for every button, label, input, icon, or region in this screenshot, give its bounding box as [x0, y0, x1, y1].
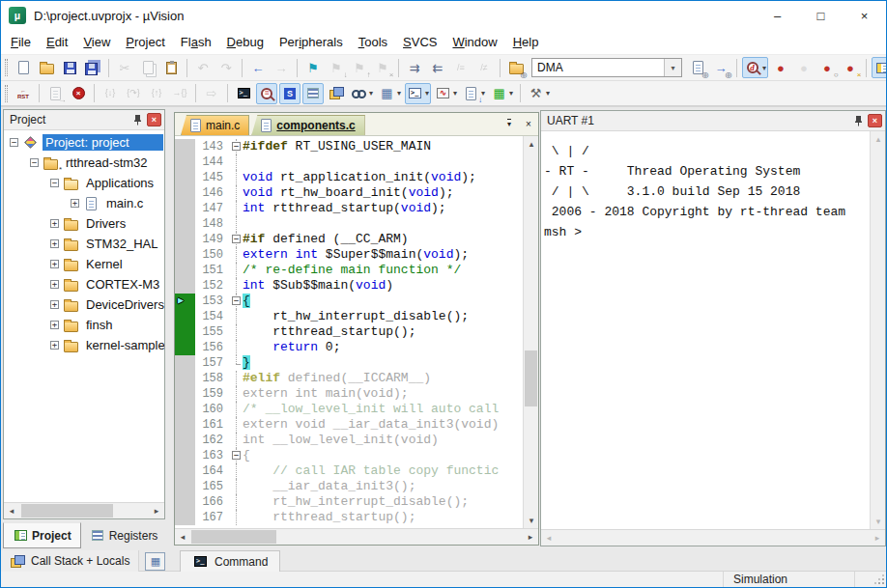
tools-menu-button[interactable]: ⚒▾	[526, 83, 552, 104]
code-line-147[interactable]: 147int rtthread_startup(void);	[175, 201, 523, 216]
minus-expander-icon[interactable]: −	[10, 138, 18, 147]
editor-tab-components-c[interactable]: components.c	[251, 115, 364, 135]
breakpoint-margin[interactable]	[175, 139, 195, 154]
start-stop-debug-button[interactable]: d▾	[742, 57, 768, 78]
code-line-144[interactable]: 144	[175, 154, 523, 170]
menu-project[interactable]: Project	[118, 32, 172, 52]
window-layout-button[interactable]	[872, 57, 887, 78]
kill-all-breakpoints-button[interactable]: ●×	[840, 57, 861, 78]
dropdown-arrow-icon[interactable]: ▾	[397, 89, 401, 98]
plus-expander-icon[interactable]: +	[50, 321, 59, 329]
fold-collapse-icon[interactable]: −	[232, 451, 241, 460]
scroll-up-button[interactable]: ▴	[524, 136, 538, 152]
tree-item-applications[interactable]: −Applications	[4, 173, 164, 193]
indent-button[interactable]: ⇉	[404, 57, 425, 78]
fold-collapse-icon[interactable]: −	[232, 142, 241, 151]
insert-breakpoint-button[interactable]: ●	[770, 57, 791, 78]
minimize-button[interactable]: –	[756, 1, 799, 30]
tab-command[interactable]: >_ Command	[180, 550, 280, 572]
maximize-button[interactable]: □	[799, 1, 843, 30]
breakpoint-margin[interactable]	[175, 417, 195, 433]
breakpoint-margin[interactable]	[175, 185, 195, 201]
disassembly-window-button[interactable]: ≡	[256, 83, 277, 104]
breakpoint-margin[interactable]	[175, 278, 195, 294]
execution-marker[interactable]	[175, 324, 195, 340]
plus-expander-icon[interactable]: +	[50, 341, 59, 350]
menu-help[interactable]: Help	[505, 32, 547, 52]
execution-marker[interactable]	[175, 340, 195, 355]
code-line-143[interactable]: 143−#ifdef RT_USING_USER_MAIN	[175, 139, 523, 154]
fold-collapse-icon[interactable]: −	[232, 296, 241, 305]
code-line-156[interactable]: 156 return 0;	[175, 340, 523, 355]
tree-item-finsh[interactable]: +finsh	[4, 315, 164, 335]
tree-item-project-project[interactable]: −Project: project	[4, 132, 164, 153]
tab-call-stack-locals[interactable]: Call Stack + Locals	[1, 550, 139, 572]
pin-icon[interactable]	[852, 114, 864, 127]
scroll-track[interactable]	[871, 147, 885, 514]
menu-peripherals[interactable]: Peripherals	[272, 32, 351, 52]
menu-file[interactable]: File	[3, 32, 39, 52]
code-line-165[interactable]: 165 __iar_data_init3();	[175, 479, 523, 494]
breakpoint-margin[interactable]	[175, 232, 195, 247]
new-file-button[interactable]	[13, 57, 34, 78]
find-dialog-button[interactable]: ◎	[687, 57, 708, 78]
tree-item-rtthread-stm32[interactable]: −*rtthread-stm32	[4, 153, 164, 173]
breakpoint-margin[interactable]	[175, 463, 195, 479]
breakpoint-margin[interactable]	[175, 216, 195, 232]
scroll-up-button[interactable]: ▴	[871, 131, 885, 147]
dropdown-arrow-icon[interactable]: ▾	[453, 89, 457, 98]
breakpoint-margin[interactable]	[175, 371, 195, 386]
dropdown-arrow-icon[interactable]: ▾	[762, 64, 766, 72]
plus-expander-icon[interactable]: +	[50, 300, 59, 309]
command-window-button[interactable]: >_	[233, 83, 254, 104]
fold-collapse-icon[interactable]: −	[232, 235, 241, 243]
scroll-down-button[interactable]: ▾	[524, 513, 538, 528]
code-line-167[interactable]: 167 rtthread_startup();	[175, 510, 523, 525]
code-line-161[interactable]: 161extern void __iar_data_init3(void)	[175, 417, 523, 433]
breakpoint-margin[interactable]	[175, 201, 195, 216]
toggle-bookmark-button[interactable]: ⚑	[302, 57, 324, 78]
code-line-154[interactable]: 154 rt_hw_interrupt_disable();	[175, 309, 523, 324]
scroll-right-button[interactable]: ▸	[523, 529, 538, 545]
plus-expander-icon[interactable]: +	[50, 219, 59, 228]
execution-marker[interactable]	[175, 309, 195, 324]
stop-debug-button[interactable]: ×	[68, 83, 89, 104]
scroll-thumb[interactable]	[21, 504, 113, 518]
tree-item-main-c[interactable]: +main.c	[4, 193, 164, 213]
dropdown-arrow-icon[interactable]: ▾	[509, 89, 513, 98]
memory-window-quick-button[interactable]: ▦	[145, 552, 165, 571]
code-line-153[interactable]: ▶153−{	[175, 294, 523, 309]
code-editor[interactable]: 143−#ifdef RT_USING_USER_MAIN144145void …	[175, 136, 523, 528]
plus-expander-icon[interactable]: +	[50, 260, 59, 268]
minus-expander-icon[interactable]: −	[30, 158, 39, 167]
paste-button[interactable]	[160, 57, 182, 78]
uart-terminal[interactable]: \ | /- RT - Thread Operating System / | …	[541, 131, 870, 529]
dropdown-arrow-icon[interactable]: ▾	[369, 89, 373, 98]
open-file-button[interactable]	[36, 57, 57, 78]
memory-window-button[interactable]: ▦▾	[377, 83, 403, 104]
scroll-left-button[interactable]: ◂	[4, 503, 19, 518]
tree-item-cortex-m3[interactable]: +CORTEX-M3	[4, 274, 164, 294]
menu-view[interactable]: View	[75, 32, 118, 52]
dropdown-arrow-icon[interactable]: ▾	[425, 89, 429, 98]
plus-expander-icon[interactable]: +	[50, 239, 59, 248]
reset-button[interactable]: ← RST	[13, 83, 34, 104]
code-line-152[interactable]: 152int $Sub$$main(void)	[175, 278, 523, 294]
scroll-thumb[interactable]	[525, 350, 537, 406]
code-line-157[interactable]: 157}	[175, 355, 523, 371]
project-hscrollbar[interactable]: ◂ ▸	[4, 502, 164, 518]
code-line-146[interactable]: 146void rt_hw_board_init(void);	[175, 185, 523, 201]
uart-vscrollbar[interactable]: ▴ ▾	[870, 131, 885, 529]
code-line-149[interactable]: 149−#if defined (__CC_ARM)	[175, 232, 523, 247]
scroll-track[interactable]	[19, 503, 149, 518]
close-button[interactable]: ×	[843, 1, 886, 30]
project-panel-close-icon[interactable]: ×	[147, 113, 161, 126]
scroll-right-button[interactable]: ▸	[870, 530, 885, 546]
find-in-files-button[interactable]: ◎	[505, 57, 527, 78]
scroll-track[interactable]	[190, 529, 523, 545]
scroll-thumb[interactable]	[191, 530, 276, 544]
code-line-163[interactable]: 163−{	[175, 448, 523, 463]
resize-grip[interactable]	[873, 572, 886, 587]
code-line-160[interactable]: 160/* __low_level_init will auto call	[175, 402, 523, 417]
scroll-track[interactable]	[557, 530, 870, 546]
